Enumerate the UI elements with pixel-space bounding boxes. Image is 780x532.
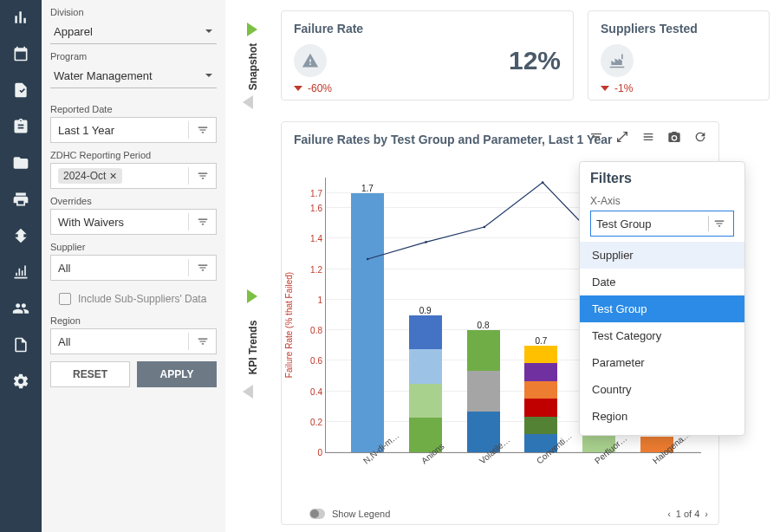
expand-icon[interactable] bbox=[614, 129, 630, 145]
warning-icon bbox=[294, 44, 327, 77]
nav-calendar-icon[interactable] bbox=[10, 43, 31, 64]
overrides-label: Overrides bbox=[50, 196, 217, 206]
kpi-suppliers-tested: Suppliers Tested -1% bbox=[588, 10, 770, 101]
factory-icon bbox=[601, 44, 634, 77]
prev-kpi-arrow-icon[interactable] bbox=[243, 385, 253, 399]
tab-kpi-trends[interactable]: KPI Trends bbox=[247, 321, 259, 375]
snapshot-arrow-icon[interactable] bbox=[247, 23, 257, 36]
kpi-delta: -60% bbox=[294, 82, 561, 94]
xaxis-label: X-Axis bbox=[590, 195, 734, 207]
chart-toolbar bbox=[588, 129, 708, 145]
xaxis-select[interactable]: Test Group bbox=[590, 211, 734, 237]
refresh-icon[interactable] bbox=[692, 129, 708, 145]
xaxis-option[interactable]: Date bbox=[580, 269, 744, 295]
list-icon[interactable] bbox=[640, 129, 656, 145]
legend-toggle[interactable]: Show Legend bbox=[309, 509, 390, 519]
kpi-title: Failure Rate bbox=[294, 22, 561, 36]
zdhc-label: ZDHC Reporting Period bbox=[50, 150, 217, 160]
filter-icon[interactable] bbox=[194, 121, 211, 139]
supplier-select[interactable]: All bbox=[50, 255, 217, 281]
nav-folder-icon[interactable] bbox=[10, 152, 31, 173]
nav-tree-icon[interactable] bbox=[10, 225, 31, 246]
y-axis-label: Failure Rate (% that Failed) bbox=[284, 272, 294, 378]
include-subsuppliers-checkbox[interactable]: Include Sub-Suppliers' Data bbox=[50, 288, 217, 315]
xaxis-option[interactable]: Test Group bbox=[580, 295, 744, 322]
filter-icon[interactable] bbox=[194, 213, 211, 230]
nav-report-icon[interactable] bbox=[10, 334, 31, 355]
xaxis-option[interactable]: Supplier bbox=[580, 242, 744, 269]
chart-pager: ‹ 1 of 4 › bbox=[667, 509, 708, 519]
nav-analytics-icon[interactable] bbox=[10, 7, 31, 28]
popover-title: Filters bbox=[590, 171, 734, 186]
zdhc-chip[interactable]: 2024-Oct✕ bbox=[58, 168, 122, 184]
reported-date-select[interactable]: Last 1 Year bbox=[50, 117, 217, 143]
reported-date-label: Reported Date bbox=[50, 104, 217, 114]
filter-icon[interactable] bbox=[194, 259, 211, 276]
pager-prev-icon[interactable]: ‹ bbox=[667, 509, 671, 519]
zdhc-select[interactable]: 2024-Oct✕ bbox=[50, 163, 217, 189]
svg-point-7 bbox=[310, 509, 319, 518]
apply-button[interactable]: APPLY bbox=[137, 361, 217, 387]
division-select[interactable]: Apparel bbox=[50, 20, 217, 44]
nav-clipboard-icon[interactable] bbox=[10, 116, 31, 137]
program-select[interactable]: Water Management bbox=[50, 64, 217, 88]
svg-point-3 bbox=[542, 181, 544, 184]
camera-icon[interactable] bbox=[666, 129, 682, 145]
nav-rail bbox=[0, 0, 42, 532]
close-icon[interactable]: ✕ bbox=[109, 171, 117, 182]
kpi-title: Suppliers Tested bbox=[601, 22, 757, 36]
xaxis-option[interactable]: Country bbox=[580, 376, 744, 403]
region-select[interactable]: All bbox=[50, 328, 217, 354]
kpi-arrow-icon[interactable] bbox=[247, 289, 257, 303]
checkbox-icon bbox=[59, 293, 71, 305]
overrides-select[interactable]: With Waivers bbox=[50, 209, 217, 235]
nav-document-check-icon[interactable] bbox=[10, 80, 31, 101]
pager-next-icon[interactable]: › bbox=[705, 509, 708, 519]
xaxis-option[interactable]: Parameter bbox=[580, 349, 744, 376]
prev-section-arrow-icon[interactable] bbox=[243, 95, 253, 109]
xaxis-option[interactable]: Region bbox=[580, 403, 744, 430]
filters-panel: Division Apparel Program Water Managemen… bbox=[42, 0, 225, 532]
section-tabs: Snapshot KPI Trends bbox=[236, 0, 270, 532]
reset-button[interactable]: RESET bbox=[50, 361, 130, 387]
filter-icon[interactable] bbox=[711, 215, 728, 232]
region-label: Region bbox=[50, 315, 217, 326]
kpi-delta: -1% bbox=[601, 82, 757, 94]
nav-building-icon[interactable] bbox=[10, 262, 31, 282]
division-label: Division bbox=[50, 7, 217, 17]
filter-icon[interactable] bbox=[194, 333, 211, 350]
filter-icon[interactable] bbox=[194, 167, 211, 185]
nav-people-icon[interactable] bbox=[10, 298, 31, 319]
nav-settings-icon[interactable] bbox=[10, 371, 31, 392]
svg-point-2 bbox=[484, 226, 486, 229]
kpi-failure-rate: Failure Rate 12% -60% bbox=[281, 10, 574, 101]
filter-icon[interactable] bbox=[588, 129, 604, 145]
svg-point-1 bbox=[425, 241, 427, 243]
program-label: Program bbox=[50, 51, 217, 62]
filters-popover: Filters X-Axis Test Group SupplierDateTe… bbox=[579, 161, 745, 436]
xaxis-option[interactable]: Test Category bbox=[580, 322, 744, 349]
tab-snapshot[interactable]: Snapshot bbox=[247, 43, 259, 91]
kpi-value: 12% bbox=[509, 46, 561, 75]
supplier-label: Supplier bbox=[50, 242, 217, 252]
nav-print-icon[interactable] bbox=[10, 189, 31, 210]
svg-point-0 bbox=[367, 258, 369, 261]
